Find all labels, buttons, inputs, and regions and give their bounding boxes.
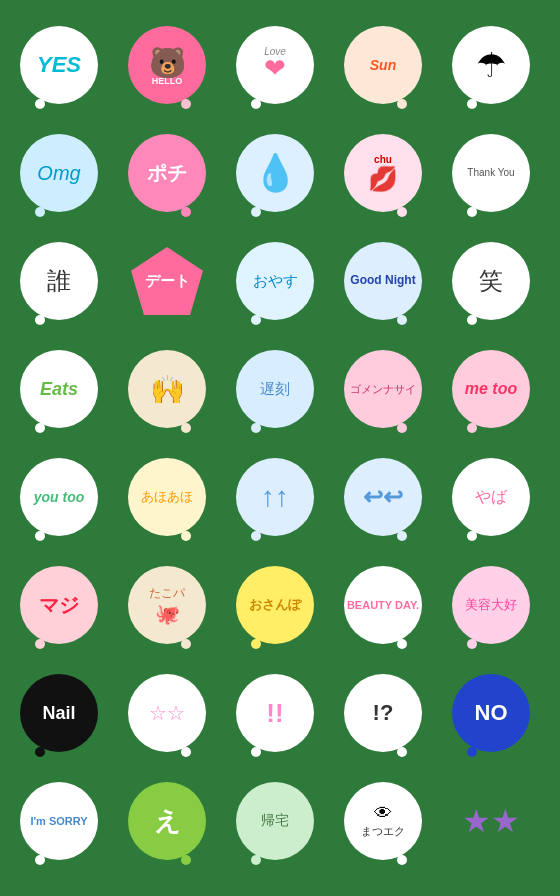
sticker-arrow-down[interactable]: ↩↩ xyxy=(338,452,428,542)
sticker-text: おやす xyxy=(253,272,298,291)
sticker-text: マジ xyxy=(39,592,79,619)
sticker-chu[interactable]: chu 💋 xyxy=(338,128,428,218)
hands-icon: 🙌 xyxy=(150,373,185,406)
sticker-pochi[interactable]: ポチ xyxy=(122,128,212,218)
sticker-nail[interactable]: Nail xyxy=(14,668,104,758)
sticker-gomen[interactable]: ゴメンナサイ xyxy=(338,344,428,434)
sticker-text: chu xyxy=(374,154,392,165)
sticker-text: Omg xyxy=(37,162,80,185)
sticker-text: まつエク xyxy=(361,824,405,839)
sticker-text: 誰 xyxy=(47,265,71,297)
tako-icon: 🐙 xyxy=(155,602,180,626)
sticker-text: HELLO xyxy=(152,76,183,86)
sticker-text: NO xyxy=(475,700,508,726)
sticker-text: me too xyxy=(465,380,517,398)
sticker-umbrella[interactable]: ☂ xyxy=(446,20,536,110)
sticker-arrow-up[interactable]: ↑↑ xyxy=(230,452,320,542)
sticker-text: やば xyxy=(475,487,507,508)
sticker-metoo[interactable]: me too xyxy=(446,344,536,434)
sticker-text: あほあほ xyxy=(141,488,193,506)
sticker-text: Sun xyxy=(370,57,396,73)
sticker-maturige[interactable]: 👁 まつエク xyxy=(338,776,428,866)
sticker-text: BEAUTY DAY. xyxy=(347,598,419,612)
sticker-text: 帰宅 xyxy=(261,812,289,830)
sticker-eats[interactable]: Eats xyxy=(14,344,104,434)
sticker-yaba[interactable]: やば xyxy=(446,452,536,542)
sticker-text: Good Night xyxy=(350,273,415,289)
sticker-text: たこパ xyxy=(149,585,185,602)
sticker-dare[interactable]: 誰 xyxy=(14,236,104,326)
sticker-sun[interactable]: Sun xyxy=(338,20,428,110)
sticker-text: おさんぽ xyxy=(249,596,301,614)
bear-emoji: 🐻 xyxy=(149,45,186,80)
sticker-text: 美容大好 xyxy=(465,597,517,614)
sticker-ahoaho[interactable]: あほあほ xyxy=(122,452,212,542)
sticker-youtoo[interactable]: you too xyxy=(14,452,104,542)
sticker-text: デート xyxy=(145,272,190,291)
drop-icon: 💧 xyxy=(253,152,298,194)
sticker-text: I'm SORRY xyxy=(30,814,87,828)
sticker-text: ☆☆ xyxy=(149,701,185,725)
umbrella-icon: ☂ xyxy=(476,45,506,85)
sticker-hands[interactable]: 🙌 xyxy=(122,344,212,434)
sticker-excl[interactable]: !! xyxy=(230,668,320,758)
sticker-text: Nail xyxy=(42,703,75,724)
sticker-beauty[interactable]: BEAUTY DAY. xyxy=(338,560,428,650)
sticker-text: Eats xyxy=(40,379,78,400)
sticker-yes[interactable]: YES xyxy=(14,20,104,110)
sticker-text: YES xyxy=(37,52,81,78)
sticker-omg[interactable]: Omg xyxy=(14,128,104,218)
stars-icon: ★★ xyxy=(462,802,520,840)
lips-icon: 💋 xyxy=(368,165,398,193)
sticker-text: ゴメンナサイ xyxy=(350,382,416,396)
sticker-goodnight[interactable]: Good Night xyxy=(338,236,428,326)
eye-icon: 👁 xyxy=(374,803,392,824)
sticker-wara[interactable]: 笑 xyxy=(446,236,536,326)
sticker-e[interactable]: え xyxy=(122,776,212,866)
arrow-up-icon: ↑↑ xyxy=(261,481,289,513)
sticker-bijin[interactable]: 美容大好 xyxy=(446,560,536,650)
sticker-drop[interactable]: 💧 xyxy=(230,128,320,218)
sticker-stars[interactable]: ★★ xyxy=(446,776,536,866)
sticker-text: you too xyxy=(34,489,85,506)
heart-icon: ❤ xyxy=(264,53,286,84)
sticker-sorry[interactable]: I'm SORRY xyxy=(14,776,104,866)
sticker-text: !? xyxy=(373,700,394,726)
sticker-chikoku[interactable]: 遅刻 xyxy=(230,344,320,434)
sticker-maji[interactable]: マジ xyxy=(14,560,104,650)
sticker-hoshi[interactable]: ☆☆ xyxy=(122,668,212,758)
sticker-oyasumi[interactable]: おやす xyxy=(230,236,320,326)
sticker-text: !! xyxy=(266,698,283,729)
sticker-tanipa[interactable]: たこパ 🐙 xyxy=(122,560,212,650)
sticker-date[interactable]: デート xyxy=(122,236,212,326)
sticker-no[interactable]: NO xyxy=(446,668,536,758)
sticker-kitaku[interactable]: 帰宅 xyxy=(230,776,320,866)
sticker-text: ポチ xyxy=(147,160,187,187)
sticker-text: 遅刻 xyxy=(260,380,290,399)
sticker-grid: YES 🐻 HELLO Love ❤ Sun ☂ Omg xyxy=(0,0,560,896)
sticker-love[interactable]: Love ❤ xyxy=(230,20,320,110)
sticker-interro[interactable]: !? xyxy=(338,668,428,758)
arrow-down-icon: ↩↩ xyxy=(363,483,403,511)
sticker-text: え xyxy=(154,804,181,839)
sticker-text: 笑 xyxy=(479,265,503,297)
sticker-osanpo[interactable]: おさんぽ xyxy=(230,560,320,650)
sticker-text: Thank You xyxy=(467,167,514,179)
sticker-thankyou[interactable]: Thank You xyxy=(446,128,536,218)
sticker-hello[interactable]: 🐻 HELLO xyxy=(122,20,212,110)
